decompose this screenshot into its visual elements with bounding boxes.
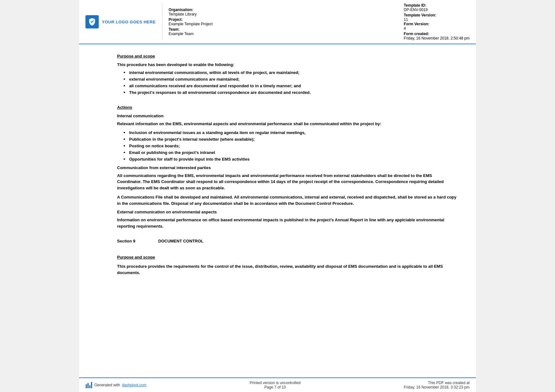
ext-parties-para: All communications regarding the EMS, en… — [117, 173, 457, 191]
page-footer: Generated with dashpivot.com Printed ver… — [79, 377, 476, 392]
ext-parties-heading: Communication from external interested p… — [117, 165, 457, 170]
bullet-item: external environmental communications ar… — [123, 77, 457, 82]
created-date: Friday, 16 November 2018, 3:32:23 pm — [404, 385, 470, 389]
internal-comm-heading: Internal communication — [117, 113, 457, 118]
purpose-scope-heading: Purpose and scope — [117, 54, 457, 58]
section9-title: DOCUMENT CONTROL — [158, 239, 203, 243]
actions-heading: Actions — [117, 105, 457, 110]
main-content: Purpose and scope This procedure has bee… — [79, 44, 476, 377]
bullet-item: The project's responses to all environme… — [123, 90, 457, 95]
page: YOUR LOGO GOES HERE Organisation: Templa… — [79, 0, 476, 392]
logo-text: YOUR LOGO GOES HERE — [102, 20, 156, 24]
footer-logo-icon — [85, 382, 92, 389]
logo-icon — [85, 15, 99, 28]
page-number: Page 7 of 10 — [250, 385, 301, 389]
bullet-item: Publication in the project's internal ne… — [123, 137, 457, 142]
svg-rect-2 — [89, 385, 90, 388]
form-created-line: Form created: Friday, 16 November 2018, … — [404, 32, 470, 40]
org-line: Organisation: Template Library — [169, 8, 397, 16]
bullet-item: Posting on notice boards; — [123, 144, 457, 148]
purpose-bullets-list: internal environmental communications, w… — [123, 70, 457, 95]
section9-purpose-para: This procedure provides the requirements… — [117, 263, 457, 276]
project-line: Project: Example Template Project — [169, 17, 397, 26]
internal-comm-intro: Relevant information on the EMS, environ… — [117, 121, 457, 127]
printed-text: Printed version is uncontrolled — [250, 381, 301, 385]
bullet-item: Opportunities for staff to provide input… — [123, 157, 457, 162]
logo-area: YOUR LOGO GOES HERE — [85, 3, 162, 40]
ext-comm-para: Information on environmental performance… — [117, 217, 457, 229]
page-header: YOUR LOGO GOES HERE Organisation: Templa… — [79, 0, 476, 44]
bullet-item: internal environmental communications, w… — [123, 70, 457, 75]
header-meta-right: Template ID: DP-ENV-0019 Template Versio… — [404, 3, 470, 40]
ext-comm-heading: External communication on environmental … — [117, 210, 457, 214]
bullet-item: all communications received are document… — [123, 83, 457, 88]
footer-right: This PDF was created at Friday, 16 Novem… — [404, 381, 470, 389]
created-text: This PDF was created at — [404, 381, 470, 385]
bullet-item: Inclusion of environmental issues as a s… — [123, 130, 457, 135]
header-meta-center: Organisation: Template Library Project: … — [169, 3, 397, 40]
dashpivot-link[interactable]: dashpivot.com — [122, 383, 146, 387]
purpose-intro: This procedure has been developed to ena… — [117, 62, 457, 67]
svg-rect-1 — [87, 383, 89, 389]
internal-comm-bullets: Inclusion of environmental issues as a s… — [123, 130, 457, 162]
footer-left: Generated with dashpivot.com — [85, 382, 147, 389]
svg-rect-0 — [86, 384, 87, 388]
team-line: Team: Example Team — [169, 27, 397, 36]
shield-icon — [88, 17, 97, 26]
section9-label: Section 9 — [117, 239, 146, 243]
template-version-line: Template Version: 11 Form Version: 4 — [404, 13, 470, 31]
bullet-item: Email or publishing on the project's int… — [123, 150, 457, 155]
section9-block: Section 9 DOCUMENT CONTROL — [117, 236, 457, 247]
generated-text: Generated with — [94, 383, 120, 387]
comm-file-para: A Communications File shall be developed… — [117, 194, 457, 206]
section9-purpose-heading: Purpose and scope — [117, 255, 457, 260]
svg-rect-3 — [91, 382, 92, 388]
template-id-line: Template ID: DP-ENV-0019 — [404, 3, 470, 12]
footer-center: Printed version is uncontrolled Page 7 o… — [250, 381, 301, 389]
